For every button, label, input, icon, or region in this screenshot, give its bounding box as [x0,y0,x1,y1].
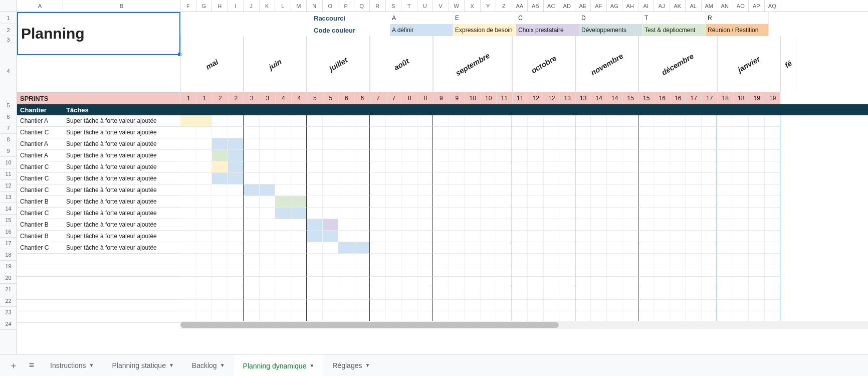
col-header[interactable]: I [228,0,244,12]
gantt-cell[interactable] [686,161,702,173]
gantt-cell[interactable] [749,254,765,265]
gantt-cell[interactable] [544,150,560,161]
gantt-cell[interactable] [465,161,481,173]
gantt-cell[interactable] [417,173,433,184]
gantt-cell[interactable] [275,300,291,311]
gantt-cell[interactable] [496,219,512,231]
gantt-cell[interactable] [717,138,733,150]
gantt-cell[interactable] [702,254,718,265]
gantt-cell[interactable] [354,254,370,265]
gantt-cell[interactable] [449,161,465,173]
row-number[interactable]: 4 [0,43,17,99]
gantt-cell[interactable] [323,300,339,311]
gantt-cell[interactable] [749,265,765,277]
gantt-cell[interactable] [212,288,228,300]
gantt-cell[interactable] [575,300,591,311]
gantt-cell[interactable] [528,242,544,254]
gantt-cell[interactable] [338,208,354,219]
gantt-cell[interactable] [449,254,465,265]
gantt-cell[interactable] [607,208,623,219]
gantt-cell[interactable] [717,242,733,254]
gantt-cell[interactable] [559,242,575,254]
gantt-cell[interactable] [449,127,465,138]
gantt-cell[interactable] [196,219,212,231]
col-header[interactable]: AK [670,0,686,12]
gantt-cell[interactable] [449,265,465,277]
gantt-cell[interactable] [291,277,307,288]
gantt-cell[interactable] [591,115,607,127]
gantt-cell[interactable] [544,208,560,219]
gantt-cell[interactable] [638,115,655,127]
gantt-cell[interactable] [654,231,670,242]
gantt-cell[interactable] [544,277,560,288]
gantt-cell[interactable] [449,173,465,184]
gantt-cell[interactable] [749,173,765,184]
gantt-cell[interactable] [622,173,638,184]
gantt-cell[interactable] [338,161,354,173]
title-cell[interactable]: Planning [17,12,180,55]
gantt-cell[interactable] [544,127,560,138]
gantt-cell[interactable] [275,150,291,161]
gantt-cell[interactable] [307,208,323,219]
col-header[interactable]: V [433,0,449,12]
gantt-cell[interactable] [401,150,417,161]
gantt-cell[interactable] [338,219,354,231]
gantt-cell[interactable] [622,231,638,242]
chevron-down-icon[interactable]: ▼ [365,362,370,368]
gantt-cell[interactable] [670,219,686,231]
gantt-cell[interactable] [512,138,528,150]
gantt-cell[interactable] [591,127,607,138]
add-sheet-button[interactable]: ＋ [5,357,22,374]
gantt-cell[interactable] [733,265,749,277]
gantt-cell[interactable] [465,150,481,161]
gantt-cell[interactable] [496,242,512,254]
gantt-cell[interactable] [291,208,307,219]
gantt-cell[interactable] [370,115,386,127]
gantt-cell[interactable] [622,184,638,196]
gantt-cell[interactable] [638,242,655,254]
gantt-cell[interactable] [386,208,402,219]
gantt-cell[interactable] [528,184,544,196]
gantt-cell[interactable] [591,254,607,265]
gantt-cell[interactable] [607,115,623,127]
gantt-cell[interactable] [275,115,291,127]
gantt-cell[interactable] [512,196,528,208]
gantt-cell[interactable] [260,277,276,288]
gantt-cell[interactable] [670,300,686,311]
gantt-cell[interactable] [386,127,402,138]
gantt-cell[interactable] [401,219,417,231]
gantt-cell[interactable] [228,208,244,219]
gantt-cell[interactable] [180,254,196,265]
gantt-cell[interactable] [417,242,433,254]
gantt-cell[interactable] [544,300,560,311]
gantt-cell[interactable] [386,254,402,265]
gantt-cell[interactable] [180,127,196,138]
gantt-cell[interactable] [638,254,655,265]
gantt-cell[interactable] [433,242,449,254]
chantier-cell[interactable]: Chantier C [17,161,63,173]
gantt-cell[interactable] [670,173,686,184]
gantt-cell[interactable] [401,277,417,288]
gantt-cell[interactable] [765,127,781,138]
gantt-cell[interactable] [433,219,449,231]
col-header[interactable]: H [212,0,228,12]
gantt-cell[interactable] [417,127,433,138]
gantt-cell[interactable] [622,115,638,127]
gantt-cell[interactable] [212,300,228,311]
task-cell[interactable]: Super tâche à forte valeur ajoutée [63,161,180,173]
gantt-cell[interactable] [338,288,354,300]
gantt-cell[interactable] [496,254,512,265]
gantt-cell[interactable] [291,300,307,311]
gantt-cell[interactable] [702,115,718,127]
gantt-cell[interactable] [433,138,449,150]
gantt-cell[interactable] [323,115,339,127]
gantt-cell[interactable] [244,127,260,138]
gantt-cell[interactable] [417,254,433,265]
gantt-cell[interactable] [449,277,465,288]
gantt-cell[interactable] [370,150,386,161]
gantt-cell[interactable] [670,231,686,242]
gantt-cell[interactable] [401,115,417,127]
gantt-cell[interactable] [481,196,497,208]
gantt-cell[interactable] [449,138,465,150]
gantt-cell[interactable] [622,219,638,231]
